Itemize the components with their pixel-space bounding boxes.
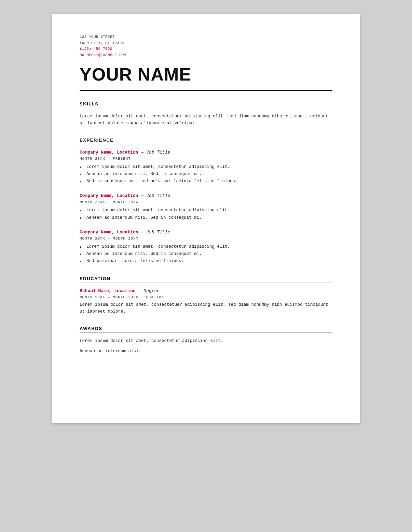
bullet-3-2: Aenean ac interdum nisi. Sed in consequa… [80,250,332,258]
job-entry-2: Company Name, Location — Job Title MONTH… [80,192,332,221]
skills-body: Lorem ipsum dolor sit amet, consectetuer… [80,113,332,127]
job-dates-1: MONTH 20XX – PRESENT [80,157,332,161]
education-title: EDUCATION [80,276,332,283]
job-title-line-2: Company Name, Location — Job Title [80,192,332,199]
contact-phone: (123) 456-7890 [80,46,332,52]
job-separator-3: — [138,230,146,235]
edu-separator-1: — [136,288,143,293]
name-divider [80,90,332,91]
company-name-3: Company Name, Location [80,230,138,235]
edu-dates-1: MONTH 20XX – MONTH 20XX, LOCATION [80,295,332,299]
job-role-2: Job Title [146,193,170,198]
contact-street: 123 YOUR STREET [80,34,332,40]
edu-entry-1: School Name, Location — Degree MONTH 20X… [80,288,332,315]
skills-section: SKILLS Lorem ipsum dolor sit amet, conse… [80,101,332,127]
edu-title-line-1: School Name, Location — Degree [80,288,332,294]
edu-body-1: Lorem ipsum dolor sit amet, consectetuer… [80,301,332,315]
job-separator-1: — [138,150,146,155]
contact-email: NO_REPLY@EXAMPLE.COM [80,52,332,58]
job-entry-1: Company Name, Location — Job Title MONTH… [80,149,332,185]
bullet-1-3: Sed in consequat mi, sed pulvinar lacini… [80,178,332,185]
awards-line-2: Aenean ac interdum nisi. [80,348,332,355]
bullet-1-2: Aenean ac interdum nisi. Sed in consequa… [80,171,332,178]
job-dates-3: MONTH 20XX – MONTH 20XX [80,236,332,241]
job-bullets-3: Lorem ipsum dolor sit amet, consectetur … [80,243,332,265]
job-entry-3: Company Name, Location — Job Title MONTH… [80,229,332,265]
job-separator-2: — [138,193,146,198]
school-name-1: School Name, Location [80,288,136,293]
bullet-2-2: Aenean ac interdum nisi. Sed in consequa… [80,214,332,221]
contact-city: YOUR CITY, ST 12345 [80,40,332,46]
skills-title: SKILLS [80,101,332,108]
contact-section: 123 YOUR STREET YOUR CITY, ST 12345 (123… [80,34,332,58]
resume-name: YOUR NAME [80,65,332,84]
company-name-1: Company Name, Location [80,150,138,155]
job-role-1: Job Title [146,150,170,155]
bullet-1-1: Lorem ipsum dolor sit amet, consectetur … [80,163,332,171]
job-title-line-1: Company Name, Location — Job Title [80,149,332,155]
awards-section: AWARDS Lorem ipsum dolor sit amet, conse… [80,326,332,355]
resume-page: 123 YOUR STREET YOUR CITY, ST 12345 (123… [52,14,360,423]
bullet-2-1: Lorem ipsum dolor sit amet, consectetur … [80,207,332,214]
name-section: YOUR NAME [80,65,332,84]
bullet-3-3: Sed pulvinar lacinia felis eu finibus. [80,258,332,265]
education-section: EDUCATION School Name, Location — Degree… [80,276,332,315]
job-dates-2: MONTH 20XX – MONTH 20XX [80,200,332,204]
experience-section: EXPERIENCE Company Name, Location — Job … [80,138,332,265]
company-name-2: Company Name, Location [80,193,138,198]
job-title-line-3: Company Name, Location — Job Title [80,229,332,235]
job-bullets-2: Lorem ipsum dolor sit amet, consectetur … [80,207,332,221]
awards-title: AWARDS [80,326,332,333]
job-role-3: Job Title [146,230,170,235]
bullet-3-1: Lorem ipsum dolor sit amet, consectetur … [80,243,332,250]
awards-line-1: Lorem ipsum dolor sit amet, consectetur … [80,337,332,344]
job-bullets-1: Lorem ipsum dolor sit amet, consectetur … [80,163,332,185]
experience-title: EXPERIENCE [80,138,332,144]
edu-degree-1: Degree [143,288,160,293]
